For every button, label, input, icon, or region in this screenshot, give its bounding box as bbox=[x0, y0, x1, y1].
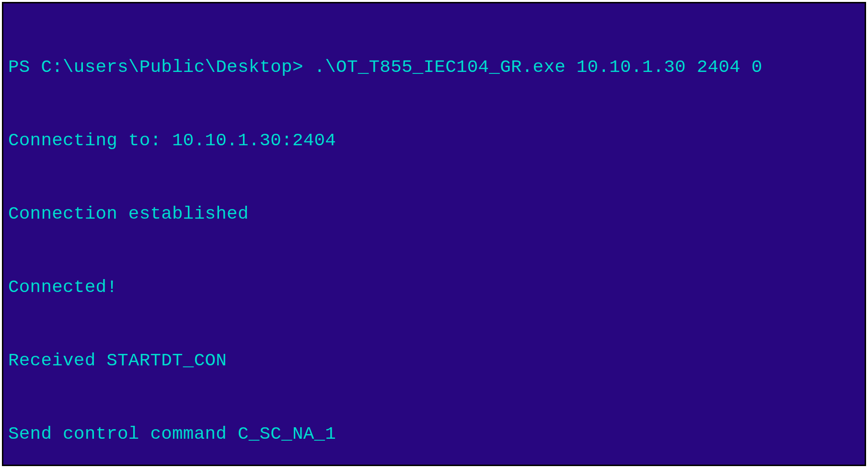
output-line: Connecting to: 10.10.1.30:2404 bbox=[8, 129, 860, 153]
command-text: .\OT_T855_IEC104_GR.exe 10.10.1.30 2404 … bbox=[314, 55, 763, 80]
output-line: Received STARTDT_CON bbox=[8, 349, 860, 373]
output-line: Connection established bbox=[8, 202, 860, 226]
output-line: Connected! bbox=[8, 275, 860, 300]
powershell-terminal[interactable]: PS C:\users\Public\Desktop> .\OT_T855_IE… bbox=[2, 2, 866, 466]
output-line: Send control command C_SC_NA_1 bbox=[8, 422, 860, 446]
prompt-text: PS C:\users\Public\Desktop> bbox=[8, 55, 314, 80]
command-line: PS C:\users\Public\Desktop> .\OT_T855_IE… bbox=[8, 55, 860, 80]
